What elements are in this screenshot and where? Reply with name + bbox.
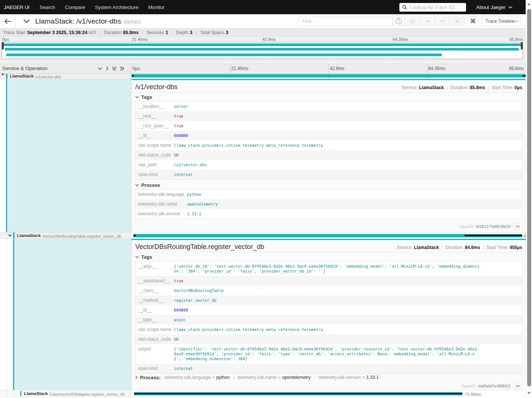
trace-stats-bar: Trace Start September 3 2025, 15:36:24 .… — [0, 28, 526, 37]
tag-row: span.kindinternal — [136, 170, 522, 180]
copy-span-link-button[interactable] — [513, 223, 522, 230]
depth-value: 3 — [190, 30, 193, 35]
chevron-right-icon — [106, 66, 109, 71]
services-value: 1 — [166, 30, 168, 35]
trace-id-search-input[interactable]: Lookup by Trace ID... — [399, 3, 466, 12]
tag-row: __type__async — [136, 315, 522, 325]
nav-item-system-architecture[interactable]: System Architecture — [90, 4, 143, 10]
minimap-left-scrubber[interactable] — [2, 42, 4, 49]
brand-link[interactable]: JAEGER UI — [4, 4, 30, 10]
span-id-value: da6fafd7e3f8841f — [478, 384, 510, 388]
tag-row: __class__VectorDBsRoutingTable — [136, 286, 522, 295]
span-detail-row: VectorDBsRoutingTable.register_vector_db… — [0, 239, 526, 390]
span-name-cell[interactable]: LlamaStack FaissVectorIOAdapter.register… — [0, 390, 131, 398]
search-icon — [402, 5, 407, 10]
tags-table: __args__{'vector_db_id': 'test-vector-db… — [135, 261, 522, 374]
span-detail-row: /v1/vector-dbs Service: LlamaStack|Durat… — [0, 79, 526, 233]
minimap-canvas[interactable] — [1, 42, 523, 59]
scroll-down-arrow[interactable] — [527, 390, 531, 397]
nav-item-search[interactable]: Search — [35, 4, 60, 10]
chevron-down-icon — [1, 74, 4, 76]
services-label: Services — [146, 30, 164, 35]
span-name-cell[interactable]: LlamaStack /v1/vector-dbs — [0, 74, 131, 79]
nav-item-monitor[interactable]: Monitor — [143, 4, 170, 10]
back-button[interactable] — [0, 14, 16, 28]
collapse-one-level-button[interactable] — [98, 66, 102, 71]
tag-row: __args__{'vector_db_id': 'test-vector-db… — [136, 261, 522, 276]
tag-row: __ttl__604800 — [136, 131, 522, 140]
span-rows-viewport: LlamaStack /v1/vector-dbs /v1/vector-dbs… — [0, 74, 526, 398]
minimap-span-bar — [5, 48, 519, 51]
double-chevron-right-icon — [120, 66, 124, 71]
prev-match-button[interactable] — [420, 17, 435, 26]
span-detail-indent-panel — [6, 79, 132, 232]
trace-id-short: f8bf5b3 — [124, 19, 140, 25]
operation-name: VectorDBsRoutingTable.register_vector_db — [42, 234, 121, 239]
collapse-children-caret[interactable] — [1, 74, 4, 76]
trace-start-value: September 3 2025, 15:36:24 — [27, 30, 87, 35]
vertical-scrollbar — [526, 0, 532, 398]
copy-span-link-button[interactable] — [513, 383, 522, 389]
total-spans-label: Total Spans — [200, 30, 224, 35]
chevron-down-icon — [8, 234, 12, 237]
operation-name: /v1/vector-dbs — [35, 75, 61, 79]
process-section-toggle[interactable]: Process — [135, 182, 522, 188]
focus-match-button[interactable] — [405, 17, 420, 26]
command-icon: ⌘ — [470, 18, 476, 25]
span-row: LlamaStack VectorDBsRoutingTable.registe… — [0, 233, 526, 239]
scrollbar-thumb[interactable] — [527, 9, 531, 386]
span-duration-bar[interactable] — [132, 74, 526, 78]
minimap-span-bar — [2, 43, 523, 46]
tag-row: __root_span__true — [136, 121, 522, 131]
trace-header-collapse-toggle[interactable] — [23, 19, 30, 23]
span-duration-label: 71.56ms — [465, 392, 481, 397]
chevron-down-icon — [98, 67, 102, 70]
service-name: LlamaStack — [24, 391, 48, 396]
chevron-down-icon — [508, 6, 513, 9]
chevron-down-icon — [135, 256, 139, 258]
minimap-span-bar — [6, 54, 442, 56]
span-id-row: SpanID: da6fafd7e3f8841f — [462, 383, 522, 389]
find-input[interactable] — [298, 17, 393, 26]
minimap-right-scrubber[interactable] — [521, 42, 523, 49]
arrow-left-icon — [4, 18, 11, 24]
link-icon — [516, 385, 520, 388]
collapse-all-button[interactable] — [112, 66, 117, 71]
clear-search-button[interactable] — [450, 17, 465, 26]
expand-all-button[interactable] — [120, 66, 124, 71]
expand-one-level-button[interactable] — [106, 66, 109, 71]
critical-path-segment — [465, 235, 522, 236]
service-name: LlamaStack — [17, 233, 41, 238]
about-jaeger-menu[interactable]: About Jaeger — [476, 4, 513, 10]
depth-label: Depth — [176, 30, 188, 35]
span-id-row: SpanID: bf181270d953fb29 — [459, 223, 522, 230]
chevron-down-icon — [515, 20, 519, 22]
keyboard-shortcuts-button[interactable]: ⌘ — [468, 16, 478, 26]
process-row: telemetry.sdk.nameopentelemetry — [136, 199, 522, 209]
span-name-cell[interactable]: LlamaStack VectorDBsRoutingTable.registe… — [0, 233, 131, 239]
tag-row: __location__server — [136, 101, 522, 112]
nav-item-compare[interactable]: Compare — [60, 4, 90, 10]
critical-path-segment — [522, 75, 526, 77]
svg-text:?: ? — [398, 19, 400, 23]
tag-row: otel.status_codeOK — [136, 334, 522, 344]
top-navbar: JAEGER UI Search Compare System Architec… — [0, 0, 526, 14]
process-section-toggle[interactable]: Process: telemetry.sdk.language=python |… — [135, 374, 522, 380]
trace-view-select[interactable]: Trace Timeline — [482, 16, 521, 27]
find-help-button[interactable]: ? — [393, 17, 405, 26]
critical-path-segment — [133, 235, 136, 236]
help-circle-icon: ? — [396, 18, 402, 24]
chevron-down-icon — [135, 184, 139, 186]
span-detail-title: VectorDBsRoutingTable.register_vector_db — [135, 243, 396, 251]
critical-path-segment — [134, 393, 462, 395]
column-resizer-grip[interactable] — [127, 70, 130, 72]
span-detail-title: /v1/vector-dbs — [135, 83, 402, 91]
tags-table: __location__server __root__true __root_s… — [135, 101, 522, 180]
span-duration-bar[interactable] — [133, 234, 522, 237]
trace-page-header: LlamaStack: /v1/vector-dbsf8bf5b3 ? ⌘ Tr… — [0, 14, 526, 28]
collapse-children-caret[interactable] — [8, 234, 12, 237]
tags-section-toggle[interactable]: Tags — [135, 254, 522, 260]
tags-section-toggle[interactable]: Tags — [135, 94, 522, 100]
next-match-button[interactable] — [435, 17, 450, 26]
scroll-up-arrow[interactable] — [527, 1, 531, 8]
